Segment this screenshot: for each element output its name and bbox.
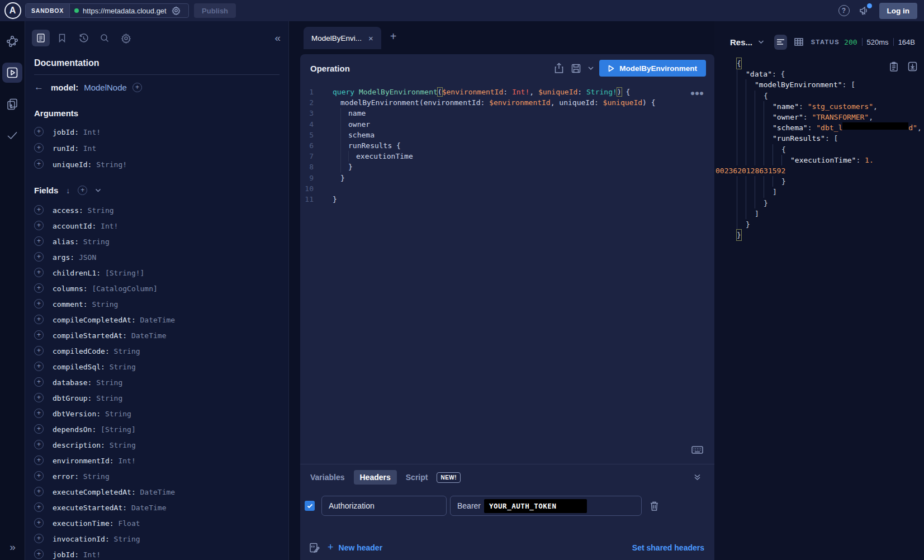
- add-model-field-icon[interactable]: +: [132, 83, 142, 92]
- add-field-icon[interactable]: +: [34, 393, 44, 402]
- response-dropdown-chevron-icon[interactable]: [758, 40, 764, 44]
- history-tab-icon[interactable]: [74, 30, 92, 46]
- collapse-panel-chevrons-icon[interactable]: [694, 474, 701, 481]
- rail-explorer-icon[interactable]: [2, 63, 22, 83]
- edit-environment-icon[interactable]: [309, 542, 320, 553]
- operation-tab[interactable]: ModelByEnvi... ×: [304, 27, 381, 49]
- expand-rail-icon[interactable]: »: [0, 541, 25, 553]
- add-field-icon[interactable]: +: [34, 299, 44, 309]
- add-field-icon[interactable]: +: [34, 236, 44, 246]
- add-field-icon[interactable]: +: [34, 440, 44, 449]
- search-tab-icon[interactable]: [96, 30, 113, 46]
- header-name-input[interactable]: [321, 496, 447, 516]
- endpoint-settings-gear-icon[interactable]: [172, 6, 181, 15]
- settings-tab-icon[interactable]: [117, 30, 135, 46]
- add-field-icon[interactable]: +: [34, 315, 44, 324]
- doc-field-row[interactable]: +executeCompletedAt: DateTime: [34, 483, 279, 499]
- editor-overflow-menu-icon[interactable]: ●●●: [691, 90, 704, 96]
- add-field-icon[interactable]: +: [34, 252, 44, 262]
- save-dropdown-chevron-icon[interactable]: [588, 67, 594, 70]
- add-field-icon[interactable]: +: [34, 346, 44, 355]
- doc-field-row[interactable]: +dependsOn: [String]: [34, 421, 279, 436]
- rail-changesets-icon[interactable]: [2, 94, 22, 114]
- bookmarks-tab-icon[interactable]: [53, 30, 71, 46]
- doc-field-row[interactable]: +description: String: [34, 436, 279, 452]
- sort-fields-icon[interactable]: ↓: [66, 186, 70, 195]
- add-field-icon[interactable]: +: [34, 409, 44, 418]
- doc-field-row[interactable]: +invocationId: String: [34, 530, 279, 546]
- save-operation-icon[interactable]: [571, 63, 581, 74]
- add-field-icon[interactable]: +: [34, 471, 44, 481]
- doc-field-row[interactable]: +environmentId: Int!: [34, 452, 279, 468]
- header-enabled-checkbox[interactable]: [305, 501, 315, 511]
- add-field-icon[interactable]: +: [34, 330, 44, 340]
- add-field-icon[interactable]: +: [34, 518, 44, 528]
- run-operation-button[interactable]: ModelByEnvironment: [599, 60, 706, 77]
- header-value-input[interactable]: Bearer YOUR_AUTH_TOKEN: [450, 496, 642, 516]
- add-field-icon[interactable]: +: [34, 549, 44, 559]
- response-title[interactable]: Res...: [730, 37, 752, 47]
- set-shared-headers-link[interactable]: Set shared headers: [632, 543, 704, 552]
- doc-field-row[interactable]: +jobId: Int!: [34, 124, 279, 140]
- tab-variables[interactable]: Variables: [310, 473, 345, 482]
- add-field-icon[interactable]: +: [34, 362, 44, 371]
- doc-field-row[interactable]: +jobId: Int!: [34, 546, 279, 560]
- doc-field-row[interactable]: +alias: String: [34, 233, 279, 249]
- docs-back-arrow-icon[interactable]: ←: [34, 82, 45, 93]
- docs-field-type[interactable]: ModelNode: [84, 83, 127, 92]
- doc-field-row[interactable]: +compileStartedAt: DateTime: [34, 327, 279, 343]
- collapse-docs-icon[interactable]: «: [274, 32, 281, 44]
- doc-field-row[interactable]: +dbtGroup: String: [34, 390, 279, 405]
- add-field-icon[interactable]: +: [34, 205, 44, 215]
- rail-schema-graph-icon[interactable]: [2, 31, 22, 51]
- add-field-icon[interactable]: +: [34, 424, 44, 434]
- graphql-editor[interactable]: 1query ModelByEnvironment($environmentId…: [300, 82, 714, 464]
- doc-field-row[interactable]: +compiledSql: String: [34, 358, 279, 374]
- announcements-megaphone-icon[interactable]: [859, 5, 870, 16]
- doc-field-row[interactable]: +uniqueId: String!: [34, 156, 279, 172]
- doc-field-row[interactable]: +comment: String: [34, 296, 279, 311]
- close-tab-icon[interactable]: ×: [368, 34, 373, 43]
- docs-tab-icon[interactable]: [32, 30, 50, 46]
- add-field-icon[interactable]: +: [34, 283, 44, 293]
- add-field-icon[interactable]: +: [34, 502, 44, 512]
- doc-field-row[interactable]: +args: JSON: [34, 249, 279, 264]
- rail-checks-icon[interactable]: [2, 125, 22, 145]
- login-button[interactable]: Log in: [879, 3, 918, 19]
- doc-field-row[interactable]: +runId: Int: [34, 140, 279, 156]
- add-field-icon[interactable]: +: [34, 159, 44, 169]
- add-field-icon[interactable]: +: [34, 534, 44, 543]
- doc-field-row[interactable]: +error: String: [34, 468, 279, 483]
- endpoint-url-box[interactable]: SANDBOX https://metadata.cloud.get: [25, 3, 189, 18]
- copy-response-icon[interactable]: [889, 61, 898, 72]
- table-view-toggle-icon[interactable]: [793, 35, 805, 50]
- add-field-icon[interactable]: +: [34, 127, 44, 136]
- raw-view-toggle-icon[interactable]: [774, 35, 787, 50]
- new-header-button[interactable]: + New header: [328, 542, 382, 553]
- doc-field-row[interactable]: +compileCompletedAt: DateTime: [34, 311, 279, 327]
- add-field-icon[interactable]: +: [34, 487, 44, 496]
- add-field-icon[interactable]: +: [34, 143, 44, 153]
- delete-header-icon[interactable]: [650, 501, 659, 511]
- doc-field-row[interactable]: +columns: [CatalogColumn]: [34, 280, 279, 296]
- new-tab-icon[interactable]: +: [390, 30, 397, 43]
- apollo-logo[interactable]: A: [0, 2, 25, 19]
- help-icon[interactable]: ?: [838, 5, 850, 16]
- doc-field-row[interactable]: +dbtVersion: String: [34, 405, 279, 421]
- download-response-icon[interactable]: [908, 61, 917, 72]
- doc-field-row[interactable]: +accountId: Int!: [34, 217, 279, 233]
- add-all-fields-icon[interactable]: +: [78, 186, 87, 195]
- add-field-icon[interactable]: +: [34, 455, 44, 465]
- auth-token-redacted[interactable]: YOUR_AUTH_TOKEN: [484, 499, 587, 513]
- doc-field-row[interactable]: +access: String: [34, 202, 279, 217]
- endpoint-url[interactable]: https://metadata.cloud.get: [83, 7, 168, 15]
- add-field-icon[interactable]: +: [34, 268, 44, 277]
- add-field-icon[interactable]: +: [34, 377, 44, 387]
- doc-field-row[interactable]: +childrenL1: [String!]: [34, 264, 279, 280]
- publish-button[interactable]: Publish: [194, 3, 236, 18]
- doc-field-row[interactable]: +compiledCode: String: [34, 343, 279, 358]
- keyboard-shortcuts-icon[interactable]: [691, 446, 703, 454]
- doc-field-row[interactable]: +executionTime: Float: [34, 515, 279, 530]
- fields-chevron-icon[interactable]: [95, 188, 101, 192]
- doc-field-row[interactable]: +database: String: [34, 374, 279, 390]
